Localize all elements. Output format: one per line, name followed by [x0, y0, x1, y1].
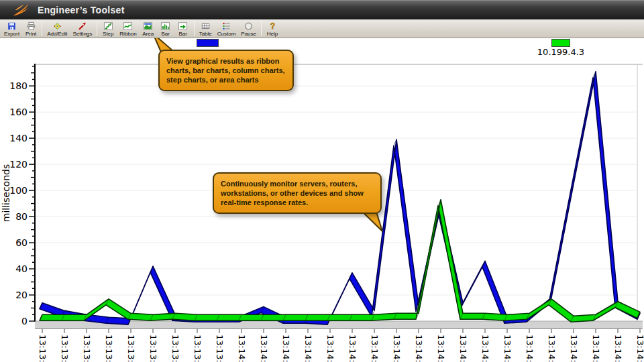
toolbar-button-label: Pause [241, 31, 256, 37]
toolbar-button-label: Bar [178, 31, 186, 37]
toolbar-button-label: Table [199, 31, 212, 37]
svg-text:80: 80 [15, 211, 28, 222]
toolbar-button-export[interactable]: Export [1, 19, 22, 38]
help-icon: ? [268, 21, 278, 31]
svg-text:13:14:09: 13:14:09 [303, 335, 313, 362]
svg-text:13:14:14: 13:14:14 [347, 335, 358, 362]
svg-text:13:13:39: 13:13:39 [38, 335, 48, 362]
toolbar-button-area[interactable]: Area [140, 19, 157, 38]
toolbar-button-label: Settings [72, 31, 92, 37]
toolbar-button-label: Bar [161, 31, 169, 37]
svg-text:13:14:29: 13:14:29 [480, 335, 490, 362]
toolbar-button-label: Area [142, 31, 154, 37]
print-icon [26, 21, 36, 31]
toolbar-button-custom[interactable]: Custom [215, 19, 239, 38]
bar2-icon [178, 21, 188, 31]
svg-text:13:14:27: 13:14:27 [458, 335, 468, 362]
svg-text:40: 40 [15, 263, 28, 274]
ribbon-series-1 [40, 200, 640, 322]
svg-text:13:14:34: 13:14:34 [525, 335, 535, 362]
svg-text:120: 120 [9, 159, 28, 170]
addedit-icon [52, 21, 62, 31]
callout-text: Continuously monitor servers, routers, w… [221, 179, 374, 207]
toolbar-button-label: Help [267, 31, 278, 37]
y-axis-title: milliseconds [1, 164, 11, 222]
solarwinds-logo-icon [12, 3, 30, 17]
toolbar-separator [194, 21, 195, 36]
pause-icon [244, 21, 254, 31]
svg-text:13:14:04: 13:14:04 [259, 335, 269, 362]
toolbar-button-bar[interactable]: Bar [157, 19, 174, 38]
svg-text:13:13:44: 13:13:44 [82, 335, 92, 362]
svg-text:?: ? [270, 21, 274, 31]
toolbar-button-label: Add/Edit [47, 31, 67, 37]
svg-text:13:14:12: 13:14:12 [325, 335, 335, 362]
toolbar-separator [42, 21, 42, 36]
svg-text:13:14:24: 13:14:24 [436, 335, 446, 362]
toolbar: ExportPrintAdd/EditSettingsStepRibbonAre… [0, 19, 644, 38]
bar-icon [160, 21, 170, 31]
export-icon [7, 21, 17, 31]
svg-text:13:14:17: 13:14:17 [370, 335, 380, 362]
x-axis: 13:13:3913:13:4213:13:4413:13:4713:13:49… [38, 329, 644, 362]
svg-text:0: 0 [21, 316, 28, 326]
toolbar-button-ribbon[interactable]: Ribbon [117, 19, 139, 38]
svg-text:13:14:32: 13:14:32 [502, 335, 513, 362]
toolbar-button-label: Export [4, 31, 19, 37]
svg-text:13:13:54: 13:13:54 [170, 335, 180, 362]
toolbar-separator [97, 21, 97, 36]
toolbar-button-label: Custom [217, 31, 236, 37]
title-bar: Engineer’s Toolset [0, 0, 644, 19]
toolbar-separator [261, 21, 262, 36]
callout-ribbon-tip: View graphical results as ribbon charts,… [158, 50, 294, 91]
window-title: Engineer’s Toolset [38, 5, 125, 15]
svg-text:13:14:44: 13:14:44 [613, 335, 623, 362]
svg-text:13:14:47: 13:14:47 [635, 335, 644, 362]
settings-icon [77, 21, 87, 31]
custom-icon [221, 21, 231, 31]
svg-text:13:14:39: 13:14:39 [569, 335, 579, 362]
svg-text:160: 160 [9, 107, 28, 117]
toolbar-button-pause[interactable]: Pause [238, 19, 259, 38]
toolbar-button-label: Ribbon [119, 31, 136, 37]
toolbar-button-label: Step [103, 31, 113, 37]
svg-text:100: 100 [9, 185, 28, 196]
svg-text:13:13:59: 13:13:59 [215, 335, 225, 362]
svg-text:180: 180 [9, 80, 28, 91]
toolbar-button-table[interactable]: Table [197, 19, 215, 38]
callout-monitor-tip: Continuously monitor servers, routers, w… [213, 172, 382, 214]
svg-text:13:14:42: 13:14:42 [591, 335, 601, 362]
legend-swatch-green [551, 39, 570, 47]
table-icon [201, 21, 211, 31]
svg-text:13:14:02: 13:14:02 [237, 335, 247, 362]
toolbar-button-addedit[interactable]: Add/Edit [44, 19, 70, 38]
toolbar-button-help[interactable]: ?Help [264, 19, 281, 38]
svg-text:13:13:42: 13:13:42 [60, 335, 70, 362]
toolbar-button-label: Print [25, 31, 36, 37]
step-icon [103, 21, 113, 31]
toolbar-button-print[interactable]: Print [22, 19, 40, 38]
y-axis: 020406080100120140160180milliseconds [1, 64, 35, 326]
svg-text:13:13:52: 13:13:52 [148, 335, 158, 362]
area-icon [143, 21, 153, 31]
svg-text:60: 60 [15, 237, 28, 248]
toolbar-button-step[interactable]: Step [99, 19, 117, 38]
svg-text:140: 140 [9, 133, 28, 143]
callout-text: View graphical results as ribbon charts,… [166, 56, 286, 84]
svg-text:13:14:22: 13:14:22 [414, 335, 424, 362]
svg-text:13:13:57: 13:13:57 [193, 335, 203, 362]
toolbar-button-bar2[interactable]: Bar [174, 19, 192, 38]
legend-swatch-blue [197, 39, 219, 47]
svg-text:20: 20 [15, 290, 28, 300]
toolbar-button-settings[interactable]: Settings [70, 19, 95, 38]
svg-text:13:13:47: 13:13:47 [104, 335, 114, 362]
svg-text:13:13:49: 13:13:49 [126, 335, 136, 362]
svg-text:13:14:37: 13:14:37 [547, 335, 557, 362]
ribbon-icon [123, 21, 133, 31]
legend-label: 10.199.4.3 [534, 47, 588, 57]
svg-text:13:14:19: 13:14:19 [392, 335, 402, 362]
svg-text:13:14:07: 13:14:07 [281, 335, 291, 362]
